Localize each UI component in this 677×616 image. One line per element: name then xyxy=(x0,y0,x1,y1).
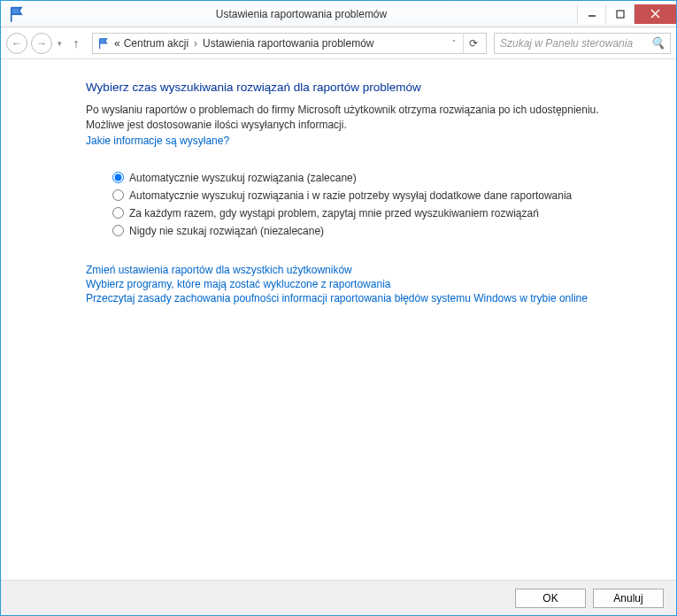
nav-toolbar: ← → ▾ ↑ « Centrum akcji › Ustawienia rap… xyxy=(1,27,676,59)
radio-option-ask[interactable]: Za każdym razem, gdy wystąpi problem, za… xyxy=(112,207,658,219)
search-input[interactable] xyxy=(500,37,650,50)
arrow-right-icon: → xyxy=(36,37,47,50)
page-heading: Wybierz czas wyszukiwania rozwiązań dla … xyxy=(86,81,658,94)
radio-input[interactable] xyxy=(112,207,124,219)
content-area: Wybierz czas wyszukiwania rozwiązań dla … xyxy=(1,59,676,581)
close-button[interactable] xyxy=(634,4,676,24)
related-links: Zmień ustawienia raportów dla wszystkich… xyxy=(86,264,658,304)
breadcrumb-item[interactable]: Centrum akcji xyxy=(124,37,188,50)
radio-option-auto[interactable]: Automatycznie wyszukuj rozwiązania (zale… xyxy=(112,172,658,184)
radio-input[interactable] xyxy=(112,225,124,236)
forward-button[interactable]: → xyxy=(31,33,52,54)
chevron-right-icon: › xyxy=(194,37,197,50)
refresh-button[interactable]: ⟳ xyxy=(463,34,482,53)
link-all-users[interactable]: Zmień ustawienia raportów dla wszystkich… xyxy=(86,264,658,276)
flag-icon xyxy=(96,36,111,50)
info-link[interactable]: Jakie informacje są wysyłane? xyxy=(86,135,658,147)
flag-icon xyxy=(8,5,26,23)
svg-rect-1 xyxy=(617,11,624,18)
address-dropdown[interactable]: ˅ xyxy=(449,39,459,47)
page-description: Po wysłaniu raportów o problemach do fir… xyxy=(86,103,599,133)
breadcrumb-prefix: « xyxy=(114,37,120,50)
radio-input[interactable] xyxy=(112,189,124,201)
ok-button[interactable]: OK xyxy=(515,589,586,608)
link-exclude-programs[interactable]: Wybierz programy, które mają zostać wykl… xyxy=(86,278,658,290)
maximize-button[interactable] xyxy=(605,4,634,24)
radio-label[interactable]: Za każdym razem, gdy wystąpi problem, za… xyxy=(129,207,539,219)
refresh-icon: ⟳ xyxy=(469,37,478,50)
footer: OK Anuluj xyxy=(1,580,676,615)
address-bar[interactable]: « Centrum akcji › Ustawienia raportowani… xyxy=(92,33,487,54)
radio-input[interactable] xyxy=(112,172,124,183)
arrow-left-icon: ← xyxy=(12,37,22,50)
radio-label[interactable]: Nigdy nie szukaj rozwiązań (niezalecane) xyxy=(129,225,324,237)
history-dropdown[interactable]: ▾ xyxy=(56,39,64,48)
radio-label[interactable]: Automatycznie wyszukuj rozwiązania i w r… xyxy=(129,189,572,202)
link-privacy[interactable]: Przeczytaj zasady zachowania poufności i… xyxy=(86,292,658,304)
titlebar: Ustawienia raportowania problemów xyxy=(1,1,676,27)
back-button[interactable]: ← xyxy=(6,33,27,54)
up-button[interactable]: ↑ xyxy=(67,35,85,52)
radio-label[interactable]: Automatycznie wyszukuj rozwiązania (zale… xyxy=(129,172,357,184)
window-buttons xyxy=(577,4,676,24)
search-box[interactable]: 🔍 xyxy=(494,33,671,54)
radio-option-never[interactable]: Nigdy nie szukaj rozwiązań (niezalecane) xyxy=(112,225,658,237)
window-title: Ustawienia raportowania problemów xyxy=(26,8,577,20)
breadcrumb-item[interactable]: Ustawienia raportowania problemów xyxy=(203,37,373,50)
radio-option-auto-extra[interactable]: Automatycznie wyszukuj rozwiązania i w r… xyxy=(112,189,658,202)
minimize-button[interactable] xyxy=(577,4,605,24)
search-icon: 🔍 xyxy=(650,36,665,50)
cancel-button[interactable]: Anuluj xyxy=(593,589,664,608)
arrow-up-icon: ↑ xyxy=(73,36,80,50)
radio-group: Automatycznie wyszukuj rozwiązania (zale… xyxy=(112,172,658,237)
